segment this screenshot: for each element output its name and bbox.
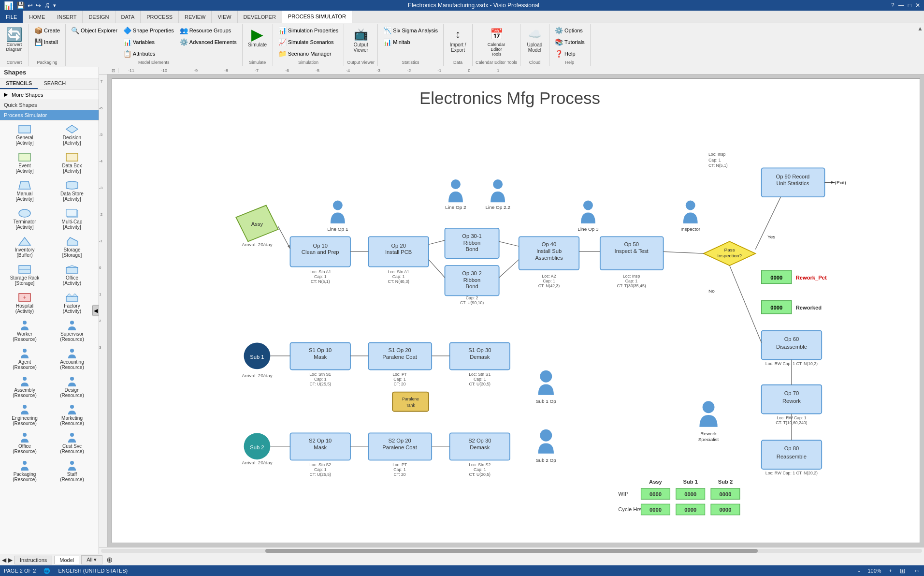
tab-home[interactable]: HOME (23, 11, 51, 23)
manual-activity-shape[interactable]: Manual[Activity] (2, 177, 47, 204)
tab-process-simulator[interactable]: PROCESS SIMULATOR (282, 11, 352, 23)
attributes-button[interactable]: 📋 Attributes (121, 48, 176, 59)
tab-developer[interactable]: DEVELOPER (238, 11, 282, 23)
packaging-resource-shape[interactable]: Packaging(Resource) (2, 458, 47, 484)
qa-undo[interactable]: ↩ (28, 2, 33, 9)
general-activity-shape[interactable]: General[Activity] (2, 121, 47, 148)
more-shapes-button[interactable]: ▶ More Shapes (0, 89, 99, 100)
storage-rack-shape[interactable]: Storage Rack[Storage] (2, 262, 47, 288)
create-button[interactable]: 📦 Create (32, 25, 62, 36)
options-button[interactable]: ⚙️ Options (552, 25, 585, 36)
tab-data[interactable]: DATA (116, 11, 141, 23)
add-page-btn[interactable]: ⊕ (106, 555, 113, 564)
scroll-right-btn[interactable]: ▶ (8, 557, 13, 563)
op30-1-line1: Op 30-1 (462, 233, 481, 239)
agent-resource-shape[interactable]: Agent(Resource) (2, 346, 47, 372)
diagram-container[interactable]: Electronics Mfg Process Assy Arrival: 20… (108, 74, 924, 547)
more-shapes-label: More Shapes (12, 92, 43, 98)
upload-model-button[interactable]: ☁️ UploadModel (524, 25, 545, 54)
op40-ct: CT: N(42,3) (538, 283, 560, 288)
office-resource-shape[interactable]: Office(Resource) (2, 430, 47, 456)
output-viewer-button[interactable]: 📺 OutputViewer (351, 25, 371, 54)
op20-loc: Loc: Stn A1 (388, 269, 409, 274)
canvas-scroll[interactable]: -7-6-5-4-3-2-10123 Electronics Mfg Proce… (99, 74, 924, 547)
multi-cap-shape[interactable]: Multi-Cap[Activity] (49, 206, 95, 232)
minitab-button[interactable]: 📊 Minitab (381, 37, 412, 47)
simulate-scenarios-button[interactable]: 📈 Simulate Scenarios (276, 37, 336, 47)
tab-review[interactable]: REVIEW (179, 11, 212, 23)
terminator-shape[interactable]: Terminator[Activity] (2, 206, 47, 232)
diagram-canvas[interactable]: Electronics Mfg Process Assy Arrival: 20… (112, 78, 920, 543)
import-export-button[interactable]: ↕️ Import /Export (448, 25, 469, 54)
qa-print[interactable]: 🖨 (44, 2, 50, 9)
page-tab-all[interactable]: All ▾ (81, 555, 102, 564)
sim-props-label: Simulation Properties (288, 28, 339, 33)
assy-arrival: Arrival: 20/day (242, 242, 273, 247)
variables-button[interactable]: 📊 Variables (121, 37, 176, 47)
fit-page-btn[interactable]: ⊞ (900, 567, 906, 575)
storage-shape[interactable]: Storage[Storage] (49, 234, 95, 260)
horizontal-scrollbar[interactable] (99, 547, 924, 554)
help-ribbon-button[interactable]: ❓ Help (552, 48, 578, 59)
calendar-editor-button[interactable]: 📅 CalendarEditorTools (485, 25, 508, 58)
tab-file[interactable]: FILE (0, 11, 23, 23)
process-simulator-section[interactable]: Process Simulator (0, 110, 99, 120)
shape-properties-button[interactable]: 🔷 Shape Properties (121, 25, 176, 36)
object-explorer-button[interactable]: 🔍 Object Explorer (69, 25, 120, 36)
cust-svc-resource-shape[interactable]: Cust Svc(Resource) (49, 430, 95, 456)
minimize-btn[interactable]: — (898, 2, 904, 9)
inventory-buffer-shape[interactable]: Inventory(Buffer) (2, 234, 47, 260)
accounting-resource-shape[interactable]: Accounting(Resource) (49, 346, 95, 372)
stencils-tab[interactable]: STENCILS (0, 78, 38, 89)
data-box-activity-shape[interactable]: Data Box[Activity] (49, 149, 95, 176)
ribbon-collapse-btn[interactable]: ▲ (917, 25, 923, 32)
staff-resource-shape[interactable]: Staff(Resource) (49, 458, 95, 484)
design-resource-shape[interactable]: Design(Resource) (49, 374, 95, 400)
scenario-manager-button[interactable]: 📁 Scenario Manager (276, 48, 334, 59)
decision-activity-shape[interactable]: Decision[Activity] (49, 121, 95, 148)
factory-shape[interactable]: Factory(Activity) (49, 290, 95, 316)
simulation-properties-button[interactable]: 📊 Simulation Properties (276, 25, 341, 36)
maximize-btn[interactable]: □ (908, 2, 911, 9)
page-tab-instructions[interactable]: Instructions (14, 556, 52, 564)
s2op30-cap: Cap: 1 (474, 467, 486, 472)
marketing-resource-shape[interactable]: Marketing(Resource) (49, 402, 95, 428)
event-activity-shape[interactable]: Event[Activity] (2, 149, 47, 176)
data-store-activity-shape[interactable]: Data Store[Activity] (49, 177, 95, 204)
help-btn[interactable]: ? (891, 2, 895, 9)
simulate-button[interactable]: ▶ Simulate (245, 25, 270, 49)
page-status: PAGE 2 OF 2 (4, 568, 36, 574)
resource-groups-button[interactable]: 👥 Resource Groups (177, 25, 239, 36)
multi-cap-label: Multi-Cap[Activity] (62, 219, 83, 230)
status-bar: PAGE 2 OF 2 🌐 ENGLISH (UNITED STATES) - … (0, 565, 924, 576)
close-btn[interactable]: ✕ (915, 2, 920, 9)
panel-collapse-btn[interactable]: ◀ (92, 305, 99, 316)
tab-process[interactable]: PROCESS (141, 11, 179, 23)
tab-insert[interactable]: INSERT (51, 11, 83, 23)
qa-save[interactable]: 💾 (16, 1, 25, 9)
convert-diagram-button[interactable]: 🔄 ConvertDiagram (3, 25, 25, 53)
install-button[interactable]: 💾 Install (32, 37, 60, 47)
assembly-resource-shape[interactable]: Assembly(Resource) (2, 374, 47, 400)
qa-redo[interactable]: ↪ (36, 2, 41, 9)
scrollbar-track[interactable] (101, 549, 922, 553)
zoom-out-btn[interactable]: - (858, 568, 860, 574)
svg-point-5 (19, 209, 30, 217)
advanced-elements-button[interactable]: ⚙️ Advanced Elements (177, 37, 239, 47)
page-tab-model[interactable]: Model (54, 556, 79, 564)
s1op20-line2: Paralene Coat (382, 354, 417, 360)
scrollbar-thumb[interactable] (265, 549, 758, 553)
supervisor-resource-shape[interactable]: Supervisor(Resource) (49, 318, 95, 344)
hospital-shape[interactable]: + Hospital(Activity) (2, 290, 47, 316)
office-activity-shape[interactable]: Office(Activity) (49, 262, 95, 288)
engineering-resource-shape[interactable]: Engineering(Resource) (2, 402, 47, 428)
search-tab[interactable]: SEARCH (38, 78, 72, 89)
fit-width-btn[interactable]: ↔ (913, 567, 920, 575)
tab-design[interactable]: DESIGN (83, 11, 115, 23)
zoom-in-btn[interactable]: + (889, 568, 892, 574)
tutorials-button[interactable]: 📚 Tutorials (552, 37, 587, 47)
six-sigma-button[interactable]: 📉 Six Sigma Analysis (381, 25, 440, 36)
tab-view[interactable]: VIEW (212, 11, 237, 23)
worker-resource-shape[interactable]: Worker(Resource) (2, 318, 47, 344)
scroll-left-btn[interactable]: ◀ (2, 557, 6, 563)
